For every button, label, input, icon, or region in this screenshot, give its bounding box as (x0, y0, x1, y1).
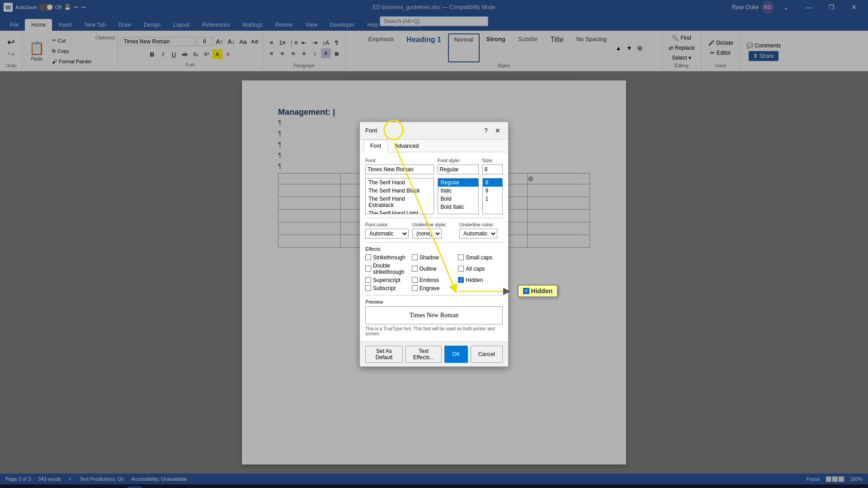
dialog-help-btn[interactable]: ? (481, 126, 491, 136)
cancel-btn[interactable]: Cancel (471, 346, 503, 363)
font-color-select-wrapper: Automatic (365, 229, 409, 239)
dialog-overlay: Font ? ✕ Font Advanced (0, 71, 868, 474)
style-list-item-regular[interactable]: Regular (438, 178, 478, 187)
dialog-body: Font: Font style: Size: (360, 152, 508, 342)
effect-label-double-strikethrough: Double strikethrough (373, 263, 410, 275)
font-style-label: Font style: (438, 158, 479, 163)
set-default-btn[interactable]: Set As Default (365, 346, 403, 363)
font-list-item[interactable]: The Serif Hand (366, 178, 434, 187)
dialog-tab-font[interactable]: Font (363, 140, 388, 152)
size-list-item-8[interactable]: 8 (483, 178, 502, 187)
font-color-label: Font color: (365, 222, 409, 227)
effect-double-strikethrough: Double strikethrough (365, 263, 410, 275)
divider-1 (365, 218, 503, 218)
effect-label-strikethrough: Strikethrough (373, 254, 405, 261)
font-list-item[interactable]: The Serif Hand Black (366, 187, 434, 195)
underline-color-group: Underline color: Automatic (459, 222, 503, 239)
effect-outline: Outline (412, 263, 457, 275)
effect-strikethrough: Strikethrough (365, 254, 410, 261)
preview-label: Preview (365, 299, 503, 305)
font-size-label: Size: (482, 158, 503, 163)
size-list-item-9[interactable]: 9 (483, 187, 502, 195)
effect-cb-strikethrough[interactable] (365, 254, 371, 260)
style-list-item-italic[interactable]: Italic (438, 187, 478, 195)
preview-note: This is a TrueType font. This font will … (365, 326, 503, 336)
preview-box: Times New Roman (365, 306, 503, 324)
font-list-item[interactable]: The Serif Hand Extrablack (366, 195, 434, 209)
underline-style-label: Underline style: (412, 222, 456, 227)
font-list-item[interactable]: The Serif Hand Light (366, 209, 434, 214)
effect-cb-emboss[interactable] (412, 277, 418, 283)
divider-3 (365, 295, 503, 296)
effect-label-allcaps: All caps (466, 266, 485, 272)
effect-shadow: Shadow (412, 254, 457, 261)
size-list[interactable]: 8 9 1 (482, 178, 503, 214)
effect-cb-shadow[interactable] (412, 254, 418, 260)
preview-section: Preview Times New Roman This is a TrueTy… (365, 299, 503, 336)
ok-btn[interactable]: OK (444, 346, 467, 363)
effect-label-superscript: Superscript (373, 277, 401, 283)
effect-cb-allcaps[interactable] (458, 266, 464, 272)
main-content: File Home Insert New Tab Draw Design Lay… (0, 14, 868, 484)
hidden-callout-check: ✓ (523, 288, 529, 294)
font-dialog: Font ? ✕ Font Advanced (359, 122, 509, 367)
effect-cb-hidden[interactable]: ✓ (458, 277, 464, 283)
effect-cb-engrave[interactable] (412, 285, 418, 291)
effect-label-engrave: Engrave (420, 285, 440, 291)
divider-2 (365, 242, 503, 243)
effect-label-emboss: Emboss (420, 277, 439, 283)
font-style-field[interactable] (438, 164, 479, 174)
font-size-field[interactable] (482, 164, 503, 174)
effect-emboss: Emboss (412, 277, 457, 283)
font-lists-row: The Serif Hand The Serif Hand Black The … (365, 178, 503, 214)
style-list-item-bold[interactable]: Bold (438, 195, 478, 203)
style-list-col: Regular Italic Bold Bold Italic (438, 178, 479, 214)
font-name-label: Font: (365, 158, 434, 163)
font-list-col: The Serif Hand The Serif Hand Black The … (365, 178, 434, 214)
effect-label-subscript: Subscript (373, 285, 396, 291)
dialog-tab-advanced[interactable]: Advanced (388, 140, 425, 152)
font-color-select[interactable]: Automatic (365, 229, 409, 239)
font-list[interactable]: The Serif Hand The Serif Hand Black The … (365, 178, 434, 214)
dialog-tabs: Font Advanced (360, 140, 508, 152)
underline-style-group: Underline style: (none) (412, 222, 456, 239)
effect-cb-double-strikethrough[interactable] (365, 266, 371, 272)
text-effects-btn[interactable]: Text Effects... (406, 346, 442, 363)
effect-superscript: Superscript (365, 277, 410, 283)
effect-subscript: Subscript (365, 285, 410, 291)
effect-cb-outline[interactable] (412, 266, 418, 272)
effect-cb-subscript[interactable] (365, 285, 371, 291)
dialog-close-btn[interactable]: ✕ (493, 126, 503, 136)
hidden-callout: ✓ Hidden (518, 285, 558, 297)
effects-section: Effects Strikethrough Shadow (365, 246, 503, 291)
underline-color-label: Underline color: (459, 222, 503, 227)
dialog-titlebar-btns: ? ✕ (481, 126, 503, 136)
style-list[interactable]: Regular Italic Bold Bold Italic (438, 178, 479, 214)
underline-style-select[interactable]: (none) (412, 229, 442, 239)
font-name-field[interactable] (365, 164, 434, 174)
effects-label: Effects (365, 246, 503, 252)
font-name-col: Font: (365, 158, 434, 174)
font-fields-row: Font: Font style: Size: (365, 158, 503, 174)
effect-label-hidden: Hidden (466, 277, 483, 283)
color-underline-row: Font color: Automatic Underline style: (… (365, 222, 503, 239)
effect-smallcaps: Small caps (458, 254, 503, 261)
hidden-callout-label: Hidden (531, 287, 552, 295)
underline-color-select[interactable]: Automatic (459, 229, 497, 239)
dialog-title: Font (365, 127, 377, 134)
font-style-col: Font style: (438, 158, 479, 174)
effect-cb-superscript[interactable] (365, 277, 371, 283)
effects-grid: Strikethrough Shadow Small caps (365, 254, 503, 291)
effect-engrave: Engrave (412, 285, 457, 291)
effect-hidden: ✓ Hidden (458, 277, 503, 283)
dialog-titlebar: Font ? ✕ (360, 122, 508, 140)
font-color-group: Font color: Automatic (365, 222, 409, 239)
dialog-footer: Set As Default Text Effects... OK Cancel (360, 342, 508, 366)
effect-cb-smallcaps[interactable] (458, 254, 464, 260)
document-viewport: Management: | ¶ ¶ ¶ ¶ ¶ ⊕ ⊕ (0, 71, 868, 474)
style-list-item-bolditalic[interactable]: Bold Italic (438, 203, 478, 211)
effect-label-shadow: Shadow (420, 254, 439, 261)
font-size-col: Size: (482, 158, 503, 174)
effect-allcaps: All caps (458, 263, 503, 275)
size-list-item-1[interactable]: 1 (483, 195, 502, 203)
